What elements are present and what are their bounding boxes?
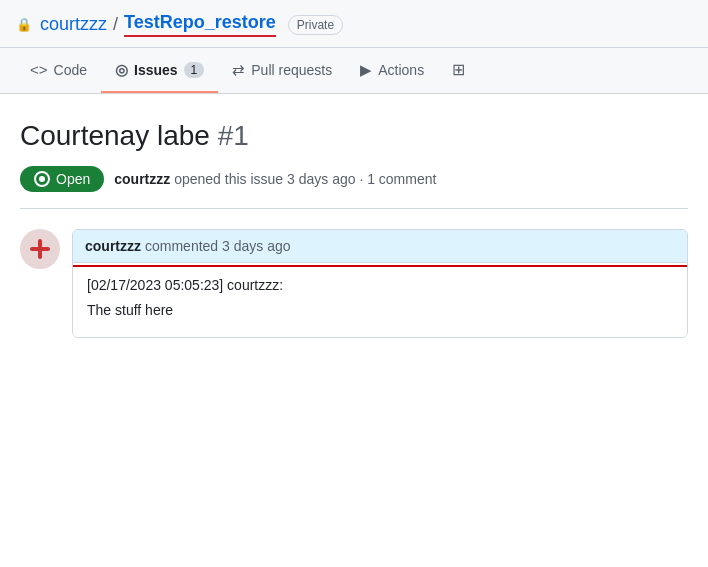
issues-count-badge: 1 — [184, 62, 205, 78]
tab-actions-label: Actions — [378, 62, 424, 78]
tab-code[interactable]: <> Code — [16, 49, 101, 92]
comment-action: commented — [145, 238, 222, 254]
comment-timestamp-line: [02/17/2023 05:05:23] courtzzz: — [87, 275, 673, 296]
code-icon: <> — [30, 61, 48, 78]
comment-action-time: commented 3 days ago — [145, 238, 291, 254]
commenter-avatar — [20, 229, 60, 269]
issue-title: Courtenay labe #1 — [20, 118, 688, 154]
main-content: Courtenay labe #1 Open courtzzz opened t… — [0, 94, 708, 358]
repo-header: 🔒 courtzzz / TestRepo_restore Private — [0, 0, 708, 48]
repo-owner-link[interactable]: courtzzz — [40, 14, 107, 35]
issues-icon: ◎ — [115, 61, 128, 79]
issue-meta: Open courtzzz opened this issue 3 days a… — [20, 166, 688, 209]
projects-icon: ⊞ — [452, 60, 465, 79]
visibility-badge: Private — [288, 15, 343, 35]
issue-status-badge: Open — [20, 166, 104, 192]
tab-code-label: Code — [54, 62, 87, 78]
issue-status-label: Open — [56, 171, 90, 187]
repo-separator: / — [113, 14, 118, 35]
tab-pull-requests-label: Pull requests — [251, 62, 332, 78]
lock-icon: 🔒 — [16, 17, 32, 32]
comment-body-text: The stuff here — [87, 300, 673, 321]
avatar-cross-icon — [28, 237, 52, 261]
tab-pull-requests[interactable]: ⇄ Pull requests — [218, 49, 346, 93]
issue-meta-text: courtzzz opened this issue 3 days ago · … — [114, 171, 436, 187]
repo-name-link[interactable]: TestRepo_restore — [124, 12, 276, 37]
issue-number: #1 — [218, 120, 249, 151]
issue-author-link[interactable]: courtzzz — [114, 171, 170, 187]
tab-actions[interactable]: ▶ Actions — [346, 49, 438, 93]
tab-issues[interactable]: ◎ Issues 1 — [101, 49, 218, 93]
issue-meta-description: opened this issue 3 days ago · 1 comment — [174, 171, 436, 187]
pull-requests-icon: ⇄ — [232, 61, 245, 79]
comment-body: [02/17/2023 05:05:23] courtzzz: The stuf… — [73, 263, 687, 337]
comment-author[interactable]: courtzzz — [85, 238, 141, 254]
comment-section: courtzzz commented 3 days ago [02/17/202… — [20, 229, 688, 338]
tab-issues-label: Issues — [134, 62, 178, 78]
open-circle-icon — [34, 171, 50, 187]
actions-icon: ▶ — [360, 61, 372, 79]
comment-time-text: 3 days ago — [222, 238, 291, 254]
tab-projects[interactable]: ⊞ — [438, 48, 479, 93]
comment-box: courtzzz commented 3 days ago [02/17/202… — [72, 229, 688, 338]
comment-header: courtzzz commented 3 days ago — [73, 230, 687, 263]
issue-title-text: Courtenay labe — [20, 120, 210, 151]
repo-nav: <> Code ◎ Issues 1 ⇄ Pull requests ▶ Act… — [0, 48, 708, 94]
